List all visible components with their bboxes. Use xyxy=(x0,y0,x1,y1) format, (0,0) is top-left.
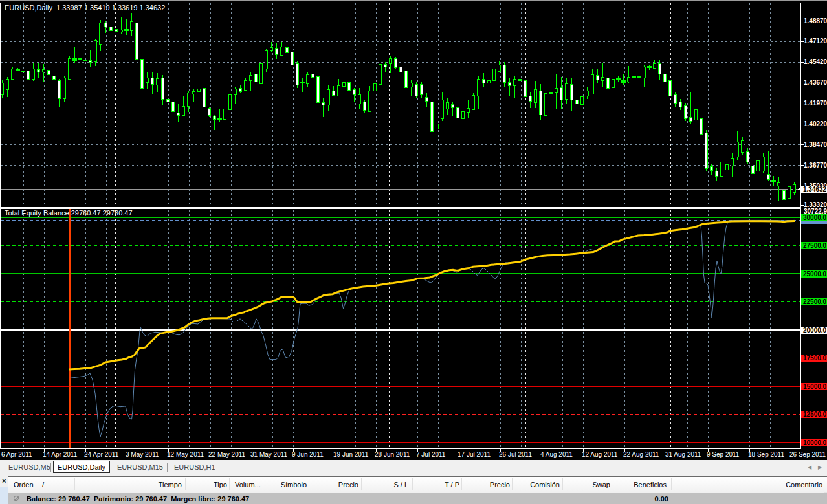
svg-text:10000.0: 10000.0 xyxy=(803,439,827,446)
svg-text:1.47120: 1.47120 xyxy=(804,38,827,45)
svg-text:1.40220: 1.40220 xyxy=(804,120,827,127)
svg-text:Total Equity Balance 29760.47: Total Equity Balance 29760.47 29760.47 xyxy=(5,209,133,217)
svg-text:12500.0: 12500.0 xyxy=(803,411,827,418)
svg-text:1.38470: 1.38470 xyxy=(804,141,827,148)
svg-text:27500.0: 27500.0 xyxy=(803,242,827,249)
svg-text:30000.0: 30000.0 xyxy=(803,214,827,221)
svg-text:1.45420: 1.45420 xyxy=(804,58,827,65)
svg-text:1.48870: 1.48870 xyxy=(804,17,827,25)
svg-text:1.36770: 1.36770 xyxy=(804,162,827,169)
svg-text:17500.0: 17500.0 xyxy=(803,355,827,362)
svg-text:1.43670: 1.43670 xyxy=(804,79,827,86)
svg-text:1.41970: 1.41970 xyxy=(804,100,827,107)
svg-text:1.33320: 1.33320 xyxy=(804,201,827,208)
svg-text:1.34632: 1.34632 xyxy=(803,186,827,193)
svg-text:22500.0: 22500.0 xyxy=(803,298,827,305)
svg-text:20000.0: 20000.0 xyxy=(803,327,827,334)
svg-text:EURUSD,Daily 1.33987 1.35419: EURUSD,Daily 1.33987 1.35419 1.33619 1.3… xyxy=(5,4,165,12)
svg-text:15000.0: 15000.0 xyxy=(803,383,827,390)
svg-text:25000.0: 25000.0 xyxy=(803,270,827,278)
